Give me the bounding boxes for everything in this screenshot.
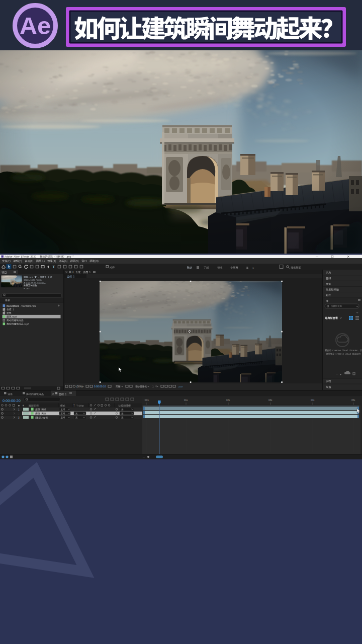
svg-text:H.264: H.264	[24, 287, 30, 290]
svg-text:01s: 01s	[184, 399, 188, 401]
svg-text:+: +	[340, 373, 341, 376]
svg-text::00s: :00s	[144, 399, 149, 401]
svg-text:03s: 03s	[268, 399, 273, 401]
svg-text:3: 3	[18, 417, 20, 419]
svg-text:Ae: Ae	[20, 12, 51, 39]
svg-text:—: —	[336, 373, 338, 375]
svg-text:—: —	[316, 255, 318, 258]
svg-text:(50%): (50%)	[76, 385, 83, 388]
svg-text:+0.0: +0.0	[178, 385, 183, 388]
svg-text:0:00:00:10: 0:00:00:10	[94, 385, 106, 388]
svg-text:1: 1	[18, 409, 20, 411]
svg-text:2: 2	[18, 413, 20, 415]
svg-text:02s: 02s	[226, 399, 230, 401]
svg-text:04s: 04s	[311, 399, 315, 401]
svg-text:1920 x1080 (1.00): 1920 x1080 (1.00)	[24, 279, 42, 281]
svg-text:T: T	[53, 265, 55, 269]
svg-text:Back2$Back - Your Mind.mp3: Back2$Back - Your Mind.mp3	[7, 305, 37, 307]
svg-text:05s: 05s	[351, 399, 355, 401]
svg-text:Δ 0:00:27:28, 30.00 fps: Δ 0:00:27:28, 30.00 fps	[24, 282, 47, 284]
svg-text:T: T	[73, 405, 75, 407]
svg-text:—: —	[143, 456, 145, 458]
svg-text:0:00:00:20: 0:00:00:20	[3, 398, 21, 403]
